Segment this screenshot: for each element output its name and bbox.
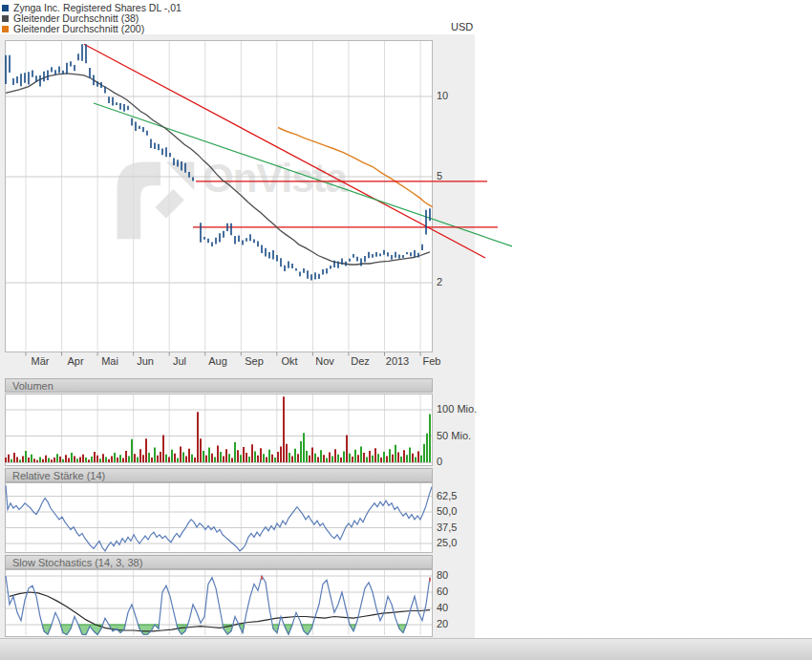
price-series-swatch-icon bbox=[2, 5, 9, 11]
volume-panel-header: Volumen bbox=[5, 378, 433, 393]
ma200-swatch-icon bbox=[2, 26, 9, 32]
stochastics-plot bbox=[5, 569, 433, 637]
chart-legend: Zynga Inc. Registered Shares DL -,01 Gle… bbox=[2, 2, 182, 33]
bottom-status-bar bbox=[0, 638, 812, 660]
legend-item-ma38: Gleitender Durchschnitt (38) bbox=[2, 12, 182, 23]
rsi-panel-header: Relative Stärke (14) bbox=[5, 468, 433, 482]
legend-item-price: Zynga Inc. Registered Shares DL -,01 bbox=[2, 2, 182, 12]
legend-item-ma200: Gleitender Durchschnitt (200) bbox=[2, 23, 182, 33]
legend-item-label: Gleitender Durchschnitt (200) bbox=[13, 23, 144, 34]
rsi-plot bbox=[5, 482, 433, 553]
ma38-swatch-icon bbox=[2, 15, 9, 22]
main-price-plot bbox=[5, 40, 433, 352]
currency-label: USD bbox=[451, 21, 473, 32]
chart-application: Zynga Inc. Registered Shares DL -,01 Gle… bbox=[0, 0, 812, 660]
stochastics-panel-header: Slow Stochastics (14, 3, 38) bbox=[5, 555, 433, 569]
volume-plot bbox=[5, 394, 433, 466]
